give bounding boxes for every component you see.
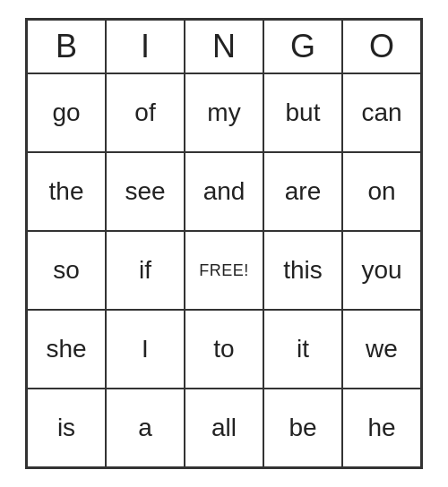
bingo-header-row: BINGO — [27, 20, 421, 73]
bingo-cell-r4-c0: is — [27, 389, 106, 467]
bingo-cell-r0-c1: of — [106, 73, 185, 152]
bingo-row-4: isaallbehe — [27, 389, 421, 467]
bingo-cell-r4-c3: be — [263, 389, 342, 467]
bingo-cell-r1-c0: the — [27, 152, 106, 231]
bingo-cell-r4-c4: he — [342, 389, 421, 467]
bingo-cell-r4-c2: all — [185, 389, 263, 467]
header-cell-g: G — [263, 20, 342, 73]
bingo-cell-r2-c4: you — [342, 231, 421, 310]
bingo-cell-r0-c4: can — [342, 73, 421, 152]
bingo-cell-r1-c3: are — [263, 152, 342, 231]
header-cell-n: N — [185, 20, 263, 73]
bingo-card: BINGO goofmybutcantheseeandareonsoifFREE… — [25, 18, 423, 469]
bingo-cell-r3-c1: I — [106, 310, 185, 389]
bingo-cell-r0-c3: but — [263, 73, 342, 152]
bingo-cell-r3-c3: it — [263, 310, 342, 389]
bingo-cell-r1-c1: see — [106, 152, 185, 231]
bingo-cell-r2-c2: FREE! — [185, 231, 263, 310]
header-cell-i: I — [106, 20, 185, 73]
bingo-cell-r1-c2: and — [185, 152, 263, 231]
bingo-cell-r4-c1: a — [106, 389, 185, 467]
bingo-cell-r3-c0: she — [27, 310, 106, 389]
bingo-cell-r3-c4: we — [342, 310, 421, 389]
bingo-cell-r2-c3: this — [263, 231, 342, 310]
bingo-row-0: goofmybutcan — [27, 73, 421, 152]
bingo-row-1: theseeandareon — [27, 152, 421, 231]
bingo-cell-r0-c2: my — [185, 73, 263, 152]
header-cell-b: B — [27, 20, 106, 73]
bingo-cell-r2-c0: so — [27, 231, 106, 310]
bingo-cell-r1-c4: on — [342, 152, 421, 231]
header-cell-o: O — [342, 20, 421, 73]
bingo-cell-r2-c1: if — [106, 231, 185, 310]
bingo-row-3: sheItoitwe — [27, 310, 421, 389]
bingo-row-2: soifFREE!thisyou — [27, 231, 421, 310]
bingo-cell-r0-c0: go — [27, 73, 106, 152]
bingo-cell-r3-c2: to — [185, 310, 263, 389]
